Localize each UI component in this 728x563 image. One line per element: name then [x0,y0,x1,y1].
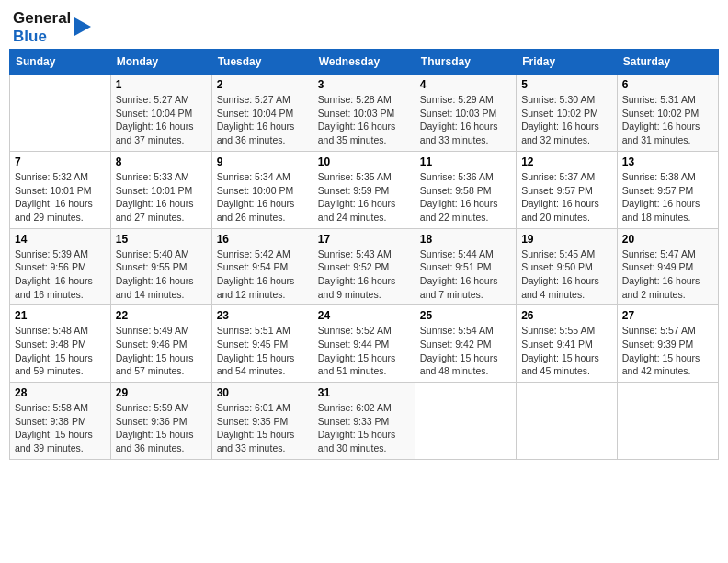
day-number: 18 [420,233,511,246]
calendar-header-row: SundayMondayTuesdayWednesdayThursdayFrid… [10,50,719,75]
logo-arrow-icon [74,17,91,36]
day-cell: 27Sunrise: 5:57 AM Sunset: 9:39 PM Dayli… [617,305,718,383]
column-header-saturday: Saturday [617,50,718,75]
day-info: Sunrise: 5:27 AM Sunset: 10:04 PM Daylig… [116,93,207,147]
day-cell: 1Sunrise: 5:27 AM Sunset: 10:04 PM Dayli… [110,75,211,152]
day-cell: 29Sunrise: 5:59 AM Sunset: 9:36 PM Dayli… [110,383,211,460]
day-number: 8 [116,155,207,168]
day-cell [617,383,718,460]
svg-marker-0 [74,17,91,36]
day-number: 19 [521,233,612,246]
day-info: Sunrise: 6:02 AM Sunset: 9:33 PM Dayligh… [318,401,410,455]
calendar-body: 1Sunrise: 5:27 AM Sunset: 10:04 PM Dayli… [10,75,719,460]
day-number: 14 [15,233,106,246]
day-number: 3 [318,78,410,91]
day-number: 31 [318,386,410,399]
day-number: 22 [116,309,207,322]
day-info: Sunrise: 5:30 AM Sunset: 10:02 PM Daylig… [521,93,612,147]
day-info: Sunrise: 5:57 AM Sunset: 9:39 PM Dayligh… [622,324,713,378]
day-cell [415,383,516,460]
day-cell: 17Sunrise: 5:43 AM Sunset: 9:52 PM Dayli… [313,228,415,305]
day-cell: 23Sunrise: 5:51 AM Sunset: 9:45 PM Dayli… [211,305,313,383]
day-cell: 16Sunrise: 5:42 AM Sunset: 9:54 PM Dayli… [211,228,313,305]
day-info: Sunrise: 5:52 AM Sunset: 9:44 PM Dayligh… [318,324,410,378]
day-cell: 28Sunrise: 5:58 AM Sunset: 9:38 PM Dayli… [10,383,111,460]
day-number: 9 [217,155,308,168]
day-cell: 31Sunrise: 6:02 AM Sunset: 9:33 PM Dayli… [313,383,415,460]
day-number: 29 [116,386,207,399]
day-cell: 11Sunrise: 5:36 AM Sunset: 9:58 PM Dayli… [415,151,516,228]
logo-line2: Blue [13,28,71,46]
day-cell: 26Sunrise: 5:55 AM Sunset: 9:41 PM Dayli… [517,305,618,383]
day-number: 21 [15,309,106,322]
day-cell: 24Sunrise: 5:52 AM Sunset: 9:44 PM Dayli… [313,305,415,383]
day-number: 13 [622,155,713,168]
day-info: Sunrise: 5:35 AM Sunset: 9:59 PM Dayligh… [318,170,410,224]
day-number: 16 [217,233,308,246]
column-header-friday: Friday [517,50,618,75]
day-info: Sunrise: 5:31 AM Sunset: 10:02 PM Daylig… [622,93,713,147]
day-info: Sunrise: 5:39 AM Sunset: 9:56 PM Dayligh… [15,247,106,302]
day-info: Sunrise: 5:59 AM Sunset: 9:36 PM Dayligh… [116,401,207,455]
day-info: Sunrise: 5:32 AM Sunset: 10:01 PM Daylig… [15,170,106,224]
day-cell: 30Sunrise: 6:01 AM Sunset: 9:35 PM Dayli… [211,383,313,460]
day-info: Sunrise: 5:42 AM Sunset: 9:54 PM Dayligh… [217,247,308,302]
day-number: 6 [622,78,713,91]
day-number: 4 [420,78,511,91]
column-header-monday: Monday [110,50,211,75]
day-info: Sunrise: 5:33 AM Sunset: 10:01 PM Daylig… [116,170,207,224]
day-number: 7 [15,155,106,168]
day-info: Sunrise: 5:40 AM Sunset: 9:55 PM Dayligh… [116,247,207,302]
day-number: 2 [217,78,308,91]
day-info: Sunrise: 5:47 AM Sunset: 9:49 PM Dayligh… [622,247,713,302]
day-cell: 15Sunrise: 5:40 AM Sunset: 9:55 PM Dayli… [110,228,211,305]
day-info: Sunrise: 5:44 AM Sunset: 9:51 PM Dayligh… [420,247,511,302]
week-row-4: 21Sunrise: 5:48 AM Sunset: 9:48 PM Dayli… [10,305,719,383]
day-cell: 20Sunrise: 5:47 AM Sunset: 9:49 PM Dayli… [617,228,718,305]
day-number: 30 [217,386,308,399]
day-number: 27 [622,309,713,322]
week-row-2: 7Sunrise: 5:32 AM Sunset: 10:01 PM Dayli… [10,151,719,228]
day-cell: 22Sunrise: 5:49 AM Sunset: 9:46 PM Dayli… [110,305,211,383]
day-cell [517,383,618,460]
day-info: Sunrise: 5:55 AM Sunset: 9:41 PM Dayligh… [521,324,612,378]
day-cell: 3Sunrise: 5:28 AM Sunset: 10:03 PM Dayli… [313,75,415,152]
day-info: Sunrise: 5:48 AM Sunset: 9:48 PM Dayligh… [15,324,106,378]
day-number: 11 [420,155,511,168]
day-number: 24 [318,309,410,322]
day-cell: 14Sunrise: 5:39 AM Sunset: 9:56 PM Dayli… [10,228,111,305]
day-info: Sunrise: 5:27 AM Sunset: 10:04 PM Daylig… [217,93,308,147]
day-info: Sunrise: 5:45 AM Sunset: 9:50 PM Dayligh… [521,247,612,302]
day-number: 28 [15,386,106,399]
day-cell: 4Sunrise: 5:29 AM Sunset: 10:03 PM Dayli… [415,75,516,152]
column-header-tuesday: Tuesday [211,50,313,75]
day-number: 25 [420,309,511,322]
day-cell: 13Sunrise: 5:38 AM Sunset: 9:57 PM Dayli… [617,151,718,228]
day-number: 1 [116,78,207,91]
day-info: Sunrise: 5:54 AM Sunset: 9:42 PM Dayligh… [420,324,511,378]
day-cell: 9Sunrise: 5:34 AM Sunset: 10:00 PM Dayli… [211,151,313,228]
column-header-sunday: Sunday [10,50,111,75]
day-number: 5 [521,78,612,91]
day-cell: 6Sunrise: 5:31 AM Sunset: 10:02 PM Dayli… [617,75,718,152]
day-info: Sunrise: 5:49 AM Sunset: 9:46 PM Dayligh… [116,324,207,378]
day-info: Sunrise: 5:43 AM Sunset: 9:52 PM Dayligh… [318,247,410,302]
day-info: Sunrise: 5:37 AM Sunset: 9:57 PM Dayligh… [521,170,612,224]
column-header-wednesday: Wednesday [313,50,415,75]
day-info: Sunrise: 5:29 AM Sunset: 10:03 PM Daylig… [420,93,511,147]
page-header: General Blue [9,9,719,45]
week-row-3: 14Sunrise: 5:39 AM Sunset: 9:56 PM Dayli… [10,228,719,305]
day-cell: 8Sunrise: 5:33 AM Sunset: 10:01 PM Dayli… [110,151,211,228]
logo-line1: General [13,9,71,28]
day-number: 26 [521,309,612,322]
day-cell [10,75,111,152]
day-number: 15 [116,233,207,246]
day-number: 20 [622,233,713,246]
week-row-5: 28Sunrise: 5:58 AM Sunset: 9:38 PM Dayli… [10,383,719,460]
day-cell: 10Sunrise: 5:35 AM Sunset: 9:59 PM Dayli… [313,151,415,228]
day-cell: 7Sunrise: 5:32 AM Sunset: 10:01 PM Dayli… [10,151,111,228]
day-info: Sunrise: 5:51 AM Sunset: 9:45 PM Dayligh… [217,324,308,378]
day-info: Sunrise: 5:28 AM Sunset: 10:03 PM Daylig… [318,93,410,147]
day-number: 10 [318,155,410,168]
day-cell: 18Sunrise: 5:44 AM Sunset: 9:51 PM Dayli… [415,228,516,305]
